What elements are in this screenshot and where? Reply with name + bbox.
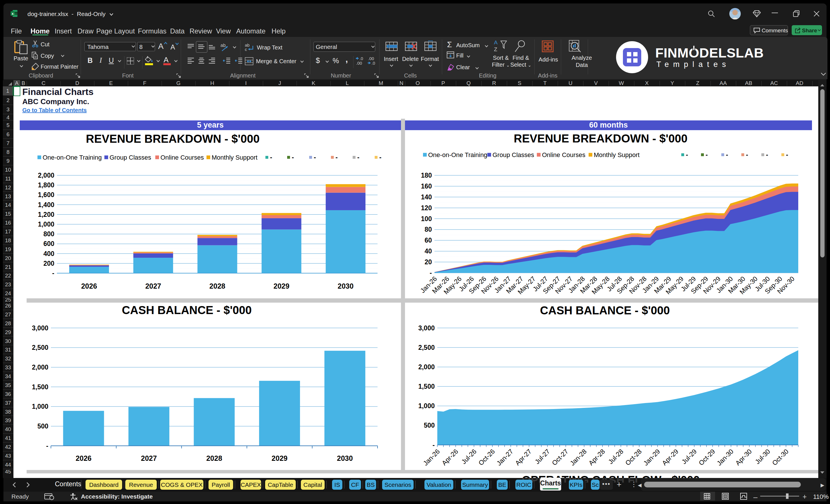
- svg-text:-: -: [766, 151, 768, 158]
- svg-text:Monthly Support: Monthly Support: [594, 151, 640, 158]
- svg-text:Monthly Support: Monthly Support: [212, 154, 257, 161]
- svg-text:Oct-29: Oct-29: [697, 448, 716, 467]
- svg-text:.0: .0: [359, 56, 363, 61]
- svg-text:2,000: 2,000: [418, 363, 435, 371]
- svg-text:2028: 2028: [210, 282, 225, 290]
- svg-text:400: 400: [43, 250, 54, 257]
- svg-text:CASH BALANCE - $'000: CASH BALANCE - $'000: [540, 304, 670, 317]
- svg-text:Online Courses: Online Courses: [160, 154, 204, 161]
- svg-text:-: -: [429, 269, 432, 277]
- svg-text:2,500: 2,500: [418, 344, 435, 351]
- svg-text:Apr-29: Apr-29: [661, 448, 680, 467]
- svg-text:160: 160: [421, 183, 432, 190]
- svg-text:Online Courses: Online Courses: [542, 151, 585, 158]
- svg-text:40: 40: [424, 247, 432, 255]
- svg-text:3,000: 3,000: [32, 324, 48, 332]
- svg-text:Apr-30: Apr-30: [734, 448, 753, 467]
- svg-text:-: -: [433, 441, 435, 449]
- svg-text:Jul-27: Jul-27: [534, 448, 551, 466]
- svg-text:1,000: 1,000: [418, 402, 435, 410]
- svg-text:1,500: 1,500: [32, 383, 48, 391]
- svg-text:c: c: [245, 47, 247, 52]
- svg-text:.00: .00: [356, 61, 362, 65]
- svg-text:500: 500: [37, 422, 48, 430]
- svg-text:Group Classes: Group Classes: [109, 154, 151, 161]
- svg-text:Jan-28: Jan-28: [569, 448, 588, 467]
- svg-text:2,000: 2,000: [32, 364, 48, 371]
- svg-text:-: -: [292, 154, 294, 161]
- svg-text:500: 500: [424, 421, 435, 429]
- svg-text:80: 80: [424, 226, 432, 233]
- svg-text:2029: 2029: [274, 282, 289, 290]
- svg-text:2027: 2027: [141, 454, 157, 462]
- svg-text:100: 100: [421, 215, 432, 223]
- svg-text:Apr-28: Apr-28: [587, 448, 606, 467]
- svg-text:.00: .00: [368, 56, 374, 61]
- svg-text:Jan-26: Jan-26: [422, 448, 441, 467]
- svg-text:1,800: 1,800: [38, 181, 54, 189]
- svg-text:Jul-30: Jul-30: [754, 448, 772, 466]
- svg-text:CASH BALANCE - $'000: CASH BALANCE - $'000: [122, 304, 252, 316]
- svg-text:-: -: [52, 270, 54, 277]
- svg-text:-: -: [357, 154, 359, 161]
- svg-text:-: -: [379, 154, 382, 161]
- svg-text:One-on-One Training: One-on-One Training: [428, 151, 487, 158]
- svg-text:60: 60: [424, 237, 432, 244]
- svg-text:2029: 2029: [272, 454, 288, 462]
- svg-text:140: 140: [421, 193, 432, 201]
- svg-text:2,000: 2,000: [38, 171, 54, 179]
- svg-text:2026: 2026: [81, 282, 97, 290]
- svg-text:-: -: [270, 154, 272, 161]
- svg-text:120: 120: [421, 204, 432, 212]
- svg-text:Oct-28: Oct-28: [624, 448, 643, 467]
- svg-text:.0: .0: [372, 61, 375, 65]
- svg-text:-: -: [746, 151, 748, 158]
- svg-text:Apr-27: Apr-27: [514, 448, 533, 467]
- svg-text:ab: ab: [221, 43, 226, 48]
- svg-text:200: 200: [43, 260, 54, 267]
- svg-text:1,400: 1,400: [38, 201, 54, 209]
- svg-text:Jul-28: Jul-28: [607, 448, 625, 466]
- svg-text:3,000: 3,000: [418, 324, 435, 332]
- svg-text:Oct-27: Oct-27: [550, 448, 570, 467]
- svg-text:-: -: [314, 154, 316, 161]
- svg-text:REVENUE BREAKDOWN - $'000: REVENUE BREAKDOWN - $'000: [86, 132, 259, 145]
- svg-text:-: -: [336, 154, 338, 161]
- svg-text:A: A: [494, 40, 498, 45]
- svg-text:-: -: [46, 442, 48, 450]
- svg-text:x: x: [11, 11, 14, 16]
- svg-text:Group Classes: Group Classes: [492, 151, 534, 158]
- svg-text:-: -: [786, 151, 788, 158]
- svg-text:-: -: [686, 151, 688, 158]
- svg-text:-: -: [726, 151, 728, 158]
- svg-text:2027: 2027: [145, 282, 161, 290]
- svg-text:20: 20: [424, 258, 432, 266]
- svg-text:1,600: 1,600: [38, 191, 54, 198]
- svg-text:180: 180: [421, 171, 432, 179]
- svg-text:600: 600: [43, 240, 54, 247]
- svg-text:Apr-26: Apr-26: [441, 448, 459, 467]
- svg-text:2028: 2028: [206, 454, 222, 462]
- svg-text:Jan-30: Jan-30: [715, 448, 735, 467]
- svg-text:2026: 2026: [75, 454, 92, 462]
- svg-text:Jul-26: Jul-26: [460, 448, 478, 466]
- svg-text:2030: 2030: [337, 454, 353, 462]
- svg-text:One-on-One Training: One-on-One Training: [43, 154, 102, 161]
- svg-text:-: -: [706, 151, 708, 158]
- svg-text:Jul-29: Jul-29: [680, 448, 698, 466]
- svg-text:Oct-30: Oct-30: [771, 448, 790, 467]
- svg-text:Jan-29: Jan-29: [642, 448, 661, 467]
- svg-text:800: 800: [43, 230, 54, 238]
- svg-text:1,500: 1,500: [418, 383, 435, 390]
- svg-text:2030: 2030: [338, 282, 353, 290]
- svg-text:REVENUE BREAKDOWN - $'000: REVENUE BREAKDOWN - $'000: [514, 132, 687, 145]
- svg-text:1,000: 1,000: [32, 403, 48, 410]
- svg-text:1,200: 1,200: [38, 211, 54, 218]
- svg-text:2,500: 2,500: [32, 344, 48, 351]
- svg-text:Oct-26: Oct-26: [477, 448, 496, 467]
- svg-text:Jan-27: Jan-27: [495, 448, 514, 467]
- svg-text:Z: Z: [494, 46, 498, 52]
- svg-text:1,000: 1,000: [38, 221, 54, 228]
